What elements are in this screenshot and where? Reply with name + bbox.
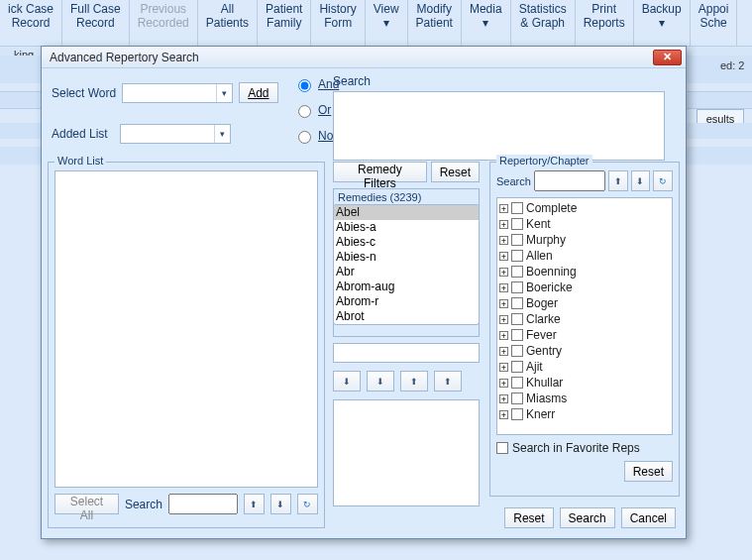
expand-icon[interactable]: + [499, 394, 508, 403]
expand-icon[interactable]: + [499, 283, 508, 292]
move-down-one-button[interactable]: ⬇ [333, 371, 361, 392]
favorite-reps-checkbox[interactable] [496, 442, 508, 454]
select-word-combo[interactable]: ▾ [122, 83, 233, 103]
tree-checkbox[interactable] [511, 202, 523, 214]
footer-cancel-button[interactable]: Cancel [621, 507, 676, 528]
repertory-down-button[interactable]: ⬇ [631, 170, 651, 191]
ribbon-item[interactable]: Full CaseRecord [62, 0, 130, 46]
tree-checkbox[interactable] [511, 329, 523, 341]
ribbon-item[interactable]: PreviousRecorded [130, 0, 198, 46]
ribbon-item[interactable]: View▾ [366, 0, 408, 46]
tree-checkbox[interactable] [511, 313, 523, 325]
ribbon-item[interactable]: Backup▾ [634, 0, 691, 46]
expand-icon[interactable]: + [499, 252, 508, 261]
added-list-label: Added List [52, 127, 108, 141]
tree-checkbox[interactable] [511, 250, 523, 262]
wordlist-down-button[interactable]: ⬇ [270, 494, 291, 514]
tree-node[interactable]: +Khullar [499, 375, 670, 391]
tree-node[interactable]: +Kent [499, 216, 670, 232]
remedy-option[interactable]: Abies-a [334, 220, 479, 235]
search-textarea[interactable] [333, 91, 665, 161]
expand-icon[interactable]: + [499, 363, 508, 372]
expand-icon[interactable]: + [499, 299, 508, 308]
tree-checkbox[interactable] [511, 218, 523, 230]
repertory-up-button[interactable]: ⬆ [608, 170, 628, 191]
repertory-refresh-button[interactable]: ↻ [653, 170, 673, 191]
tree-node[interactable]: +Fever [499, 327, 670, 343]
expand-icon[interactable]: + [499, 410, 508, 419]
added-list-combo[interactable]: ▾ [120, 124, 231, 144]
repertory-reset-button[interactable]: Reset [624, 461, 673, 482]
remedy-option[interactable]: Abies-c [334, 235, 479, 250]
ribbon-item[interactable]: AllPatients [198, 0, 258, 46]
ribbon-item[interactable]: ModifyPatient [408, 0, 462, 46]
tree-node[interactable]: +Murphy [499, 232, 670, 248]
tree-checkbox[interactable] [511, 361, 523, 373]
remedy-option[interactable]: Abrom-r [334, 294, 479, 309]
expand-icon[interactable]: + [499, 331, 508, 340]
tree-checkbox[interactable] [511, 281, 523, 293]
wordlist-search-input[interactable] [168, 494, 238, 514]
ribbon-item[interactable]: PatientFamily [258, 0, 311, 46]
footer-search-button[interactable]: Search [560, 507, 615, 528]
advanced-repertory-search-dialog: Advanced Repertory Search ✕ Select Word … [41, 46, 687, 539]
remedy-option[interactable]: Abr [334, 265, 479, 280]
expand-icon[interactable]: + [499, 268, 508, 277]
tree-node[interactable]: +Complete [499, 200, 670, 216]
remedy-filters-button[interactable]: Remedy Filters [333, 162, 427, 182]
tree-node[interactable]: +Gentry [499, 343, 670, 359]
remedy-reset-button[interactable]: Reset [431, 162, 480, 182]
footer-reset-button[interactable]: Reset [504, 507, 553, 528]
wordlist-up-button[interactable]: ⬆ [244, 494, 265, 514]
ribbon-item[interactable]: Statistics& Graph [511, 0, 576, 46]
ribbon-item[interactable]: AppoiSche [691, 0, 738, 46]
tree-checkbox[interactable] [511, 345, 523, 357]
move-up-all-button[interactable]: ⬆ [434, 371, 462, 392]
tree-checkbox[interactable] [511, 392, 523, 404]
remedy-option[interactable]: Abies-n [334, 250, 479, 265]
tree-checkbox[interactable] [511, 408, 523, 420]
tree-node[interactable]: +Clarke [499, 311, 670, 327]
expand-icon[interactable]: + [499, 220, 508, 229]
chevron-down-icon: ▾ [216, 84, 232, 102]
refresh-icon: ↻ [659, 176, 667, 186]
tree-node[interactable]: +Knerr [499, 406, 670, 422]
ribbon-item[interactable]: HistoryForm [311, 0, 365, 46]
dialog-footer: Reset Search Cancel [504, 507, 676, 528]
ribbon-item[interactable]: PrintReports [576, 0, 634, 46]
tree-checkbox[interactable] [511, 297, 523, 309]
tree-node[interactable]: +Boericke [499, 280, 670, 295]
expand-icon[interactable]: + [499, 347, 508, 356]
tree-checkbox[interactable] [511, 266, 523, 278]
move-down-all-button[interactable]: ⬇ [367, 371, 394, 392]
expand-icon[interactable]: + [499, 204, 508, 213]
expand-icon[interactable]: + [499, 236, 508, 245]
remedy-option[interactable]: Abrom-aug [334, 280, 479, 294]
expand-icon[interactable]: + [499, 315, 508, 324]
tree-checkbox[interactable] [511, 234, 523, 246]
word-list[interactable] [54, 170, 318, 488]
selected-remedies-list[interactable] [333, 399, 480, 506]
close-button[interactable]: ✕ [653, 50, 682, 65]
remedy-filter-input[interactable] [333, 343, 480, 363]
repertory-tree[interactable]: +Complete+Kent+Murphy+Allen+Boenning+Boe… [496, 197, 673, 435]
ribbon-item[interactable]: Media▾ [462, 0, 511, 46]
repertory-search-input[interactable] [534, 170, 605, 191]
wordlist-refresh-button[interactable]: ↻ [297, 494, 318, 514]
tree-checkbox[interactable] [511, 377, 523, 389]
tree-node[interactable]: +Allen [499, 248, 670, 264]
expand-icon[interactable]: + [499, 379, 508, 388]
tree-node[interactable]: +Boenning [499, 264, 670, 280]
remedy-option[interactable]: Abrot [334, 309, 479, 324]
ribbon-item[interactable]: ick CaseRecord [0, 0, 62, 46]
remedies-list[interactable]: AbelAbies-aAbies-cAbies-nAbrAbrom-augAbr… [334, 205, 479, 324]
tree-node[interactable]: +Ajit [499, 359, 670, 375]
arrow-up-icon: ⬆ [250, 500, 258, 509]
refresh-icon: ↻ [303, 500, 311, 509]
add-button[interactable]: Add [239, 82, 277, 103]
move-up-one-button[interactable]: ⬆ [400, 371, 428, 392]
select-all-button[interactable]: Select All [54, 494, 119, 514]
remedy-option[interactable]: Abel [334, 205, 479, 220]
tree-node[interactable]: +Miasms [499, 391, 670, 406]
tree-node[interactable]: +Boger [499, 295, 670, 311]
